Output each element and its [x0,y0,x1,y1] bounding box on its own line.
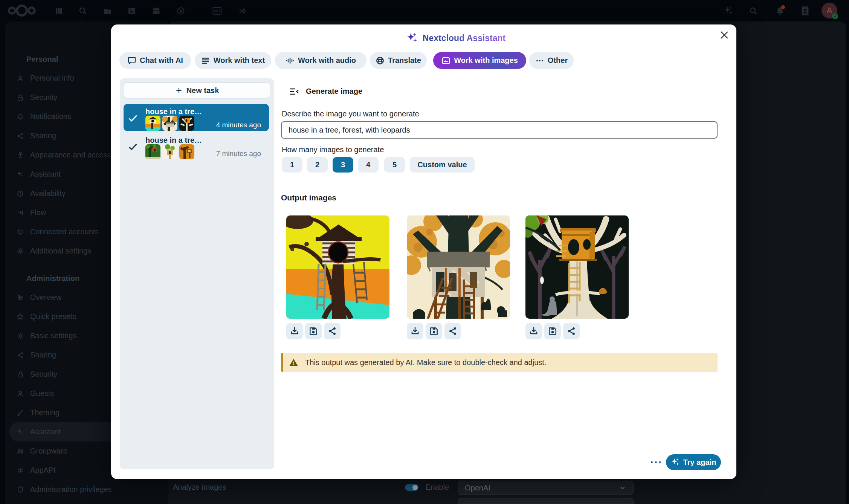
external-sites-icon[interactable] [238,6,247,15]
sidebar-item-admin-privileges[interactable]: Administration privileges [5,480,168,499]
dashboard-icon[interactable] [54,6,63,15]
sidebar-item-label: Security [30,370,57,379]
partial-select[interactable] [458,498,634,504]
output-images-heading: Output images [281,193,336,202]
menu-open-icon[interactable] [289,87,299,96]
tab-work-with-images[interactable]: Work with images [433,52,526,69]
save-button[interactable] [426,323,442,339]
ai-warning-banner: This output was generated by AI. Make su… [281,353,718,372]
search-app-icon[interactable] [78,6,87,15]
try-again-button[interactable]: Try again [666,454,721,470]
brush-icon [17,409,24,417]
new-task-button[interactable]: New task [123,82,271,99]
content-header-title: Generate image [306,87,362,96]
count-button-2[interactable]: 2 [307,157,328,173]
share-button[interactable] [563,323,580,339]
provider-select[interactable]: OpenAI [458,481,634,495]
screen: OCS A Analyze images Enable O [0,0,849,504]
sidebar-item-label: Flow [30,208,46,217]
sidebar-item-label: Security [30,93,57,102]
nextcloud-logo[interactable] [7,4,37,17]
save-icon [548,326,557,336]
save-icon [429,326,439,336]
more-actions-button[interactable]: ··· [647,455,666,470]
save-icon [308,326,318,336]
count-button-label: 2 [315,160,319,169]
bell-icon [17,113,24,121]
output-image-2[interactable] [407,215,510,319]
share-button[interactable] [444,323,461,339]
tab-label: Translate [388,56,421,65]
activity-icon[interactable] [176,6,185,15]
tab-work-with-audio[interactable]: Work with audio [275,52,366,69]
tab-label: Work with text [214,56,265,65]
close-icon[interactable] [715,26,733,44]
tab-label: Work with audio [298,56,356,65]
output-image-1[interactable] [286,215,389,319]
ocs-icon[interactable]: OCS [212,7,222,15]
download-button[interactable] [407,323,423,339]
tab-other[interactable]: Other [529,52,574,69]
files-icon[interactable] [103,7,112,16]
avatar[interactable]: A [822,3,837,18]
count-button-3-selected[interactable]: 3 [333,157,353,173]
waveform-icon [286,56,295,65]
download-button[interactable] [286,323,303,339]
assistant-topbar-icon[interactable] [724,6,733,16]
sidebar-item-label: Basic settings [30,331,76,340]
save-button[interactable] [305,323,322,339]
sidebar-item-label: AppAPI [30,466,56,475]
task-item[interactable]: house in a tre… 7 minutes ago [124,133,269,160]
output-image-3[interactable] [525,215,629,319]
check-icon [127,142,139,151]
toggle-knob [412,485,418,490]
globe-icon [376,56,385,65]
task-title: house in a tre… [145,136,202,145]
notifications-bell-icon[interactable] [775,6,785,16]
account-icon [17,75,24,82]
count-button-5[interactable]: 5 [384,157,405,173]
prompt-input[interactable] [281,121,718,139]
contacts-menu-icon[interactable] [800,6,810,16]
count-button-label: 1 [290,160,294,169]
tab-translate[interactable]: Translate [370,52,427,69]
sidebar-item-label: Administration privileges [30,485,112,494]
chat-icon [127,56,136,65]
sidebar-item-label: Assistant [30,428,61,436]
enable-toggle[interactable] [405,484,418,491]
photos-icon[interactable] [127,6,136,15]
ocs-label: OCS [213,9,221,13]
sidebar-item-label: Connected accounts [30,228,99,236]
share-icon [448,326,458,336]
save-button[interactable] [544,323,561,339]
tab-chat-with-ai[interactable]: Chat with AI [119,52,191,69]
calendar-icon[interactable] [152,6,161,15]
task-title: house in a tre… [145,107,202,116]
more-actions-label: ··· [650,457,663,468]
download-button[interactable] [525,323,542,339]
share-button[interactable] [324,323,341,339]
task-item-selected[interactable]: house in a tre… 4 minutes ago [124,104,269,131]
sidebar-item-label: Guests [30,389,54,398]
sidebar-item-admin-notifications[interactable]: Notifications [5,499,168,504]
sidebar-item-label: Theming [30,408,60,417]
tab-work-with-text[interactable]: Work with text [195,52,271,69]
content-header: Generate image [289,87,362,96]
unified-search-icon[interactable] [749,6,758,15]
title-brand: Nextcloud [423,33,464,43]
tab-label: Work with images [454,56,518,65]
count-button-1[interactable]: 1 [282,157,302,173]
download-icon [410,326,420,336]
share-icon [327,326,337,336]
enable-label: Enable [426,483,449,492]
custom-value-button[interactable]: Custom value [410,157,475,173]
notification-dot [781,5,785,9]
count-button-4[interactable]: 4 [358,157,379,173]
chevron-down-icon [619,484,626,492]
task-thumbnail [179,116,194,131]
sidebar-item-label: Groupware [30,447,67,455]
task-thumbnail [145,144,160,159]
sidebar-item-label: Notifications [30,112,71,121]
download-icon [529,326,539,336]
task-list-panel: New task house in a tre… 4 minutes ago h… [120,78,274,469]
